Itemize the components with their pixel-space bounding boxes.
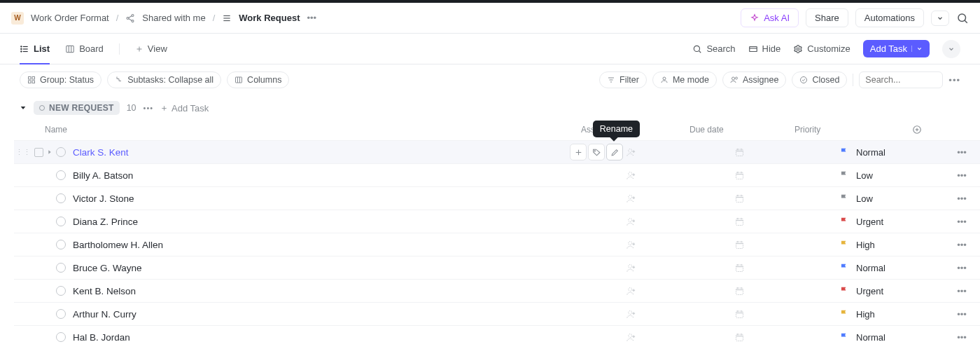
assignee-cell[interactable] (626, 170, 734, 181)
assignee-cell[interactable] (626, 263, 734, 273)
assignee-cell[interactable] (626, 147, 734, 158)
due-date-cell[interactable] (734, 170, 839, 181)
breadcrumb-current[interactable]: Work Request (239, 13, 300, 23)
status-ring-icon[interactable] (56, 286, 66, 296)
table-row[interactable]: ⋮⋮ Diana Z. Prince Urgent ••• (14, 210, 980, 233)
tab-list[interactable]: List (20, 34, 50, 64)
me-mode-chip[interactable]: Me mode (652, 71, 717, 88)
status-ring-icon[interactable] (56, 170, 66, 180)
due-date-cell[interactable] (734, 309, 839, 320)
priority-cell[interactable]: Normal (839, 332, 951, 343)
priority-cell[interactable]: Urgent (839, 286, 951, 296)
breadcrumb-more-icon[interactable]: ••• (307, 13, 316, 23)
share-button[interactable]: Share (806, 8, 848, 27)
row-more-icon[interactable]: ••• (951, 286, 972, 296)
priority-cell[interactable]: High (839, 309, 951, 320)
task-name[interactable]: Kent B. Nelson (73, 286, 556, 296)
drag-handle-icon[interactable]: ⋮⋮ (15, 148, 31, 157)
due-date-cell[interactable] (734, 240, 839, 250)
table-row[interactable]: ⋮⋮ Arthur N. Curry High ••• (14, 302, 980, 325)
task-name[interactable]: Billy A. Batson (73, 170, 556, 181)
view-more-button[interactable] (942, 40, 960, 58)
status-ring-icon[interactable] (56, 240, 66, 249)
group-chip[interactable]: Group: Status (20, 71, 102, 88)
status-ring-icon[interactable] (56, 193, 66, 203)
search-input[interactable] (859, 71, 943, 88)
assignee-cell[interactable] (626, 217, 734, 227)
task-name[interactable]: Bruce G. Wayne (73, 263, 556, 273)
priority-cell[interactable]: Normal (839, 263, 951, 273)
status-ring-icon[interactable] (56, 147, 66, 157)
automations-button[interactable]: Automations (855, 8, 924, 27)
chevron-down-icon[interactable] (911, 46, 923, 52)
subtasks-chip[interactable]: Subtasks: Collapse all (107, 71, 221, 88)
expand-icon[interactable] (43, 149, 56, 155)
priority-cell[interactable]: High (839, 240, 951, 250)
closed-chip[interactable]: Closed (792, 71, 847, 88)
assignee-cell[interactable] (626, 332, 734, 343)
task-name[interactable]: Bartholomew H. Allen (73, 240, 556, 250)
search-button[interactable]: Search (692, 43, 735, 54)
assignee-cell[interactable] (626, 286, 734, 296)
add-task-button[interactable]: Add Task (863, 40, 930, 57)
due-date-cell[interactable] (734, 217, 839, 227)
global-search-icon[interactable] (956, 12, 969, 25)
add-column-button[interactable] (906, 125, 927, 135)
due-date-cell[interactable] (734, 332, 839, 343)
row-more-icon[interactable]: ••• (951, 263, 972, 273)
col-header-priority[interactable]: Priority (794, 125, 906, 135)
tab-board[interactable]: Board (65, 34, 104, 64)
group-collapse-icon[interactable] (20, 104, 27, 111)
col-header-due[interactable]: Due date (690, 125, 794, 135)
assignee-cell[interactable] (626, 309, 734, 320)
status-ring-icon[interactable] (56, 217, 66, 226)
status-pill[interactable]: NEW REQUEST (34, 101, 120, 115)
table-row[interactable]: ⋮⋮ Billy A. Batson Low ••• (14, 163, 980, 186)
ask-ai-button[interactable]: Ask AI (741, 8, 799, 27)
priority-cell[interactable]: Normal (839, 147, 951, 158)
due-date-cell[interactable] (734, 193, 839, 204)
add-view-button[interactable]: View (135, 34, 167, 64)
columns-chip[interactable]: Columns (227, 71, 289, 88)
row-more-icon[interactable]: ••• (951, 240, 972, 250)
automations-more-button[interactable] (931, 11, 949, 26)
table-row[interactable]: ⋮⋮ Bruce G. Wayne Normal ••• (14, 256, 980, 279)
priority-cell[interactable]: Low (839, 193, 951, 204)
row-more-icon[interactable]: ••• (951, 217, 972, 227)
row-more-icon[interactable]: ••• (951, 170, 972, 181)
table-row[interactable]: ⋮⋮ Clark S. Kent Rename Normal ••• (14, 140, 980, 163)
filter-chip[interactable]: Filter (599, 71, 647, 88)
breadcrumb-shared[interactable]: Shared with me (142, 13, 205, 23)
table-row[interactable]: ⋮⋮ Hal B. Jordan Normal ••• (14, 325, 980, 348)
table-row[interactable]: ⋮⋮ Kent B. Nelson Urgent ••• (14, 279, 980, 302)
breadcrumb-workspace[interactable]: Work Order Format (31, 13, 109, 23)
customize-button[interactable]: Customize (793, 43, 850, 54)
due-date-cell[interactable] (734, 263, 839, 273)
priority-cell[interactable]: Urgent (839, 217, 951, 227)
task-name[interactable]: Arthur N. Curry (73, 309, 556, 320)
toolbar-more-icon[interactable]: ••• (948, 75, 960, 85)
row-more-icon[interactable]: ••• (951, 332, 972, 343)
assignee-chip[interactable]: Assignee (722, 71, 786, 88)
table-row[interactable]: ⋮⋮ Victor J. Stone Low ••• (14, 186, 980, 210)
due-date-cell[interactable] (734, 286, 839, 296)
hide-button[interactable]: Hide (748, 43, 781, 54)
status-ring-icon[interactable] (56, 309, 66, 319)
add-subtask-icon[interactable] (570, 144, 587, 160)
status-ring-icon[interactable] (56, 332, 66, 342)
due-date-cell[interactable] (734, 147, 839, 158)
table-row[interactable]: ⋮⋮ Bartholomew H. Allen High ••• (14, 233, 980, 256)
row-checkbox[interactable] (34, 148, 43, 157)
col-header-name[interactable]: Name (42, 125, 581, 135)
priority-cell[interactable]: Low (839, 170, 951, 181)
task-name[interactable]: Hal B. Jordan (73, 332, 556, 343)
row-more-icon[interactable]: ••• (951, 193, 972, 204)
assignee-cell[interactable] (626, 240, 734, 250)
tag-icon[interactable] (588, 144, 605, 160)
task-name[interactable]: Victor J. Stone (73, 193, 556, 204)
row-more-icon[interactable]: ••• (951, 147, 972, 158)
group-add-task[interactable]: Add Task (160, 103, 209, 114)
assignee-cell[interactable] (626, 193, 734, 204)
row-more-icon[interactable]: ••• (951, 309, 972, 320)
group-more-icon[interactable]: ••• (144, 104, 154, 112)
